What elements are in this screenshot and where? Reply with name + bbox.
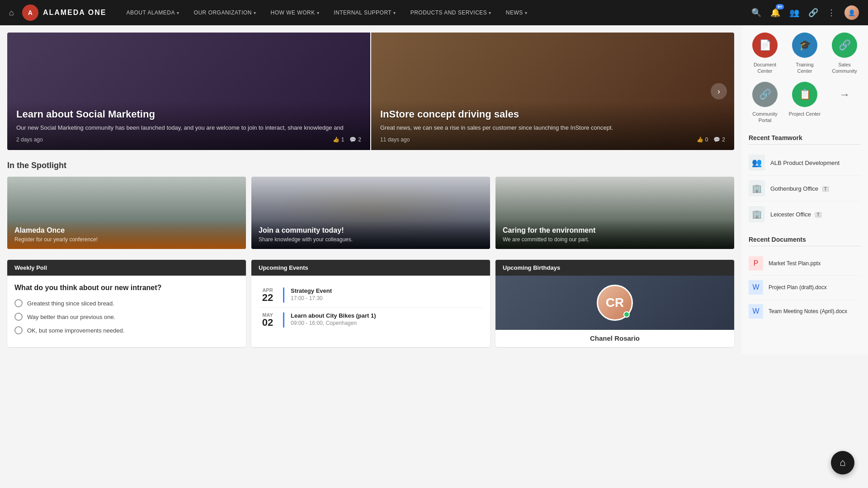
home-nav-icon[interactable]: ⌂ xyxy=(9,8,14,18)
event-day-1: 22 xyxy=(259,293,277,303)
notifications-button[interactable]: 🔔 9+ xyxy=(770,8,780,18)
project-center-label: Project Center xyxy=(789,111,821,117)
comment-icon: 💬 xyxy=(713,136,720,143)
hero-item-1[interactable]: Learn about Social Marketing Our new Soc… xyxy=(7,33,370,150)
poll-radio-1[interactable] xyxy=(14,299,23,307)
upcoming-birthdays-header: Upcoming Birthdays xyxy=(495,260,734,276)
birthday-avatar-initials: CR xyxy=(606,296,624,310)
upcoming-events-body: APR 22 Strategy Event 17:00 - 17:30 MAY … xyxy=(251,276,490,339)
quick-link-more[interactable]: → xyxy=(828,82,861,124)
spotlight-title-3: Caring for the environment xyxy=(503,226,727,235)
doc-name-1: Market Test Plan.pptx xyxy=(769,260,821,267)
spotlight-item-3[interactable]: Caring for the environment We are commit… xyxy=(495,177,734,249)
hero-meta-2: 11 days ago 👍 0 💬 2 xyxy=(380,136,725,143)
spotlight-grid: Alameda Once Register for our yearly con… xyxy=(7,177,734,249)
upcoming-birthdays-panel: Upcoming Birthdays CR Chanel Rosario xyxy=(495,260,734,347)
fab-home-button[interactable]: ⌂ xyxy=(831,451,854,474)
community-portal-icon: 🔗 xyxy=(752,82,778,107)
doc-name-3: Team Meeting Notes (April).docx xyxy=(769,308,847,314)
nav-how-we-work[interactable]: HOW WE WORK ▾ xyxy=(264,6,326,19)
spotlight-section-title: In the Spotlight xyxy=(7,161,734,170)
hero-desc-2: Great news, we can see a rise in sales p… xyxy=(380,124,725,132)
weekly-poll-body: What do you think about our new intranet… xyxy=(7,276,246,347)
nav-our-organization[interactable]: OUR ORGANIZATION ▾ xyxy=(188,6,263,19)
people-button[interactable]: 👥 xyxy=(789,8,799,18)
search-button[interactable]: 🔍 xyxy=(751,8,761,18)
event-name-1: Strategy Event xyxy=(291,287,483,294)
doc-item-3[interactable]: W Team Meeting Notes (April).docx xyxy=(749,300,861,323)
spotlight-item-2[interactable]: Join a community today! Share knowledge … xyxy=(251,177,490,249)
poll-option-text-1: Greatest thing since sliced bread. xyxy=(27,300,114,307)
poll-question: What do you think about our new intranet… xyxy=(14,283,239,293)
spotlight-title-1: Alameda Once xyxy=(14,226,239,235)
recent-teamwork-gothenburg[interactable]: 🏢 Gothenburg Office T xyxy=(749,176,861,202)
spotlight-title-2: Join a community today! xyxy=(259,226,483,235)
poll-option-3[interactable]: OK, but some improvements needed. xyxy=(14,326,239,334)
spotlight-desc-1: Register for our yearly conference! xyxy=(14,236,239,243)
poll-option-2[interactable]: Way better than our previous one. xyxy=(14,313,239,321)
more-menu-button[interactable]: ⋮ xyxy=(827,8,835,18)
training-center-label: Training Center xyxy=(788,61,821,75)
spotlight-desc-2: Share knowledge with your colleagues. xyxy=(259,236,483,243)
spotlight-item-1[interactable]: Alameda Once Register for our yearly con… xyxy=(7,177,246,249)
quick-link-project-center[interactable]: 📋 Project Center xyxy=(788,82,821,124)
quick-link-document-center[interactable]: 📄 Document Center xyxy=(749,33,781,75)
poll-radio-3[interactable] xyxy=(14,326,23,334)
notification-badge: 9+ xyxy=(776,4,784,9)
poll-option-1[interactable]: Greatest thing since sliced bread. xyxy=(14,299,239,307)
hero-title-2: InStore concept driving sales xyxy=(380,108,725,120)
user-avatar[interactable]: 👤 xyxy=(844,5,859,20)
pptx-icon: P xyxy=(749,256,763,271)
chevron-down-icon: ▾ xyxy=(177,10,179,15)
hero-likes-2: 👍 0 xyxy=(697,136,708,143)
hero-time-2: 11 days ago xyxy=(380,136,410,143)
recent-documents-section: Recent Documents P Market Test Plan.pptx… xyxy=(749,236,861,323)
nav-about-alameda[interactable]: ABOUT ALAMEDA ▾ xyxy=(120,6,185,19)
recent-documents-title: Recent Documents xyxy=(749,236,861,246)
event-item-1[interactable]: APR 22 Strategy Event 17:00 - 17:30 xyxy=(259,283,483,308)
birthday-avatar: CR xyxy=(597,285,633,321)
leicester-name: Leicester Office T xyxy=(770,211,822,218)
event-item-2[interactable]: MAY 02 Learn about City Bikes (part 1) 0… xyxy=(259,308,483,332)
alb-teamwork-name: ALB Product Development xyxy=(770,160,840,166)
doc-item-2[interactable]: W Project Plan (draft).docx xyxy=(749,276,861,300)
nav-internal-support[interactable]: INTERNAL SUPPORT ▾ xyxy=(327,6,402,19)
quick-link-training-center[interactable]: 🎓 Training Center xyxy=(788,33,821,75)
comment-icon: 💬 xyxy=(349,136,356,143)
links-button[interactable]: 🔗 xyxy=(808,8,818,18)
quick-link-community-portal[interactable]: 🔗 Community Portal xyxy=(749,82,781,124)
docx-icon-1: W xyxy=(749,280,763,295)
spotlight-overlay-3: Caring for the environment We are commit… xyxy=(495,220,734,249)
hero-banners: Learn about Social Marketing Our new Soc… xyxy=(7,33,734,150)
docx-icon-2: W xyxy=(749,304,763,319)
event-divider-2 xyxy=(283,312,284,328)
hero-desc-1: Our new Social Marketing community has b… xyxy=(16,124,361,132)
event-date-1: APR 22 xyxy=(259,287,277,303)
recent-teamwork-leicester[interactable]: 🏢 Leicester Office T xyxy=(749,202,861,227)
leicester-badge: T xyxy=(815,212,822,218)
poll-radio-2[interactable] xyxy=(14,313,23,321)
top-navigation: ⌂ A ALAMEDA ONE ABOUT ALAMEDA ▾ OUR ORGA… xyxy=(0,0,868,25)
hero-comments-2: 💬 2 xyxy=(713,136,725,143)
event-date-2: MAY 02 xyxy=(259,312,277,328)
spotlight-overlay-1: Alameda Once Register for our yearly con… xyxy=(7,220,246,249)
hero-actions-1: 👍 1 💬 2 xyxy=(333,136,361,143)
thumbs-up-icon: 👍 xyxy=(333,136,340,143)
hero-likes-1: 👍 1 xyxy=(333,136,344,143)
hero-actions-2: 👍 0 💬 2 xyxy=(697,136,725,143)
event-info-1: Strategy Event 17:00 - 17:30 xyxy=(291,287,483,303)
nav-products-services[interactable]: PRODUCTS AND SERVICES ▾ xyxy=(404,6,498,19)
doc-item-1[interactable]: P Market Test Plan.pptx xyxy=(749,252,861,276)
hero-next-button[interactable]: › xyxy=(711,83,727,99)
right-sidebar: 📄 Document Center 🎓 Training Center 🔗 Sa… xyxy=(741,25,868,354)
gothenburg-name: Gothenburg Office T xyxy=(770,185,829,192)
community-portal-label: Community Portal xyxy=(749,111,781,124)
recent-teamwork-alb[interactable]: 👥 ALB Product Development xyxy=(749,150,861,176)
sales-community-icon: 🔗 xyxy=(832,33,857,58)
quick-link-sales-community[interactable]: 🔗 Sales Community xyxy=(828,33,861,75)
event-time-2: 09:00 - 16:00, Copenhagen xyxy=(291,320,483,326)
more-arrow-icon: → xyxy=(832,82,857,107)
chevron-down-icon: ▾ xyxy=(317,10,320,15)
hero-item-2[interactable]: InStore concept driving sales Great news… xyxy=(370,33,734,150)
nav-news[interactable]: NEWS ▾ xyxy=(500,6,534,19)
